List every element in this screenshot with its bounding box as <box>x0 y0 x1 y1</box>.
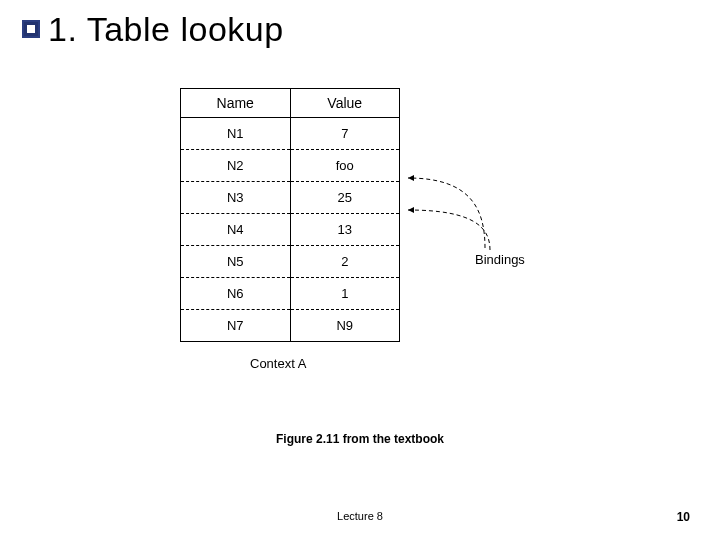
table-row: N1 7 <box>181 118 400 150</box>
figure: Name Value N1 7 N2 foo N3 25 N4 13 N5 <box>180 88 540 428</box>
cell-name: N1 <box>181 118 291 150</box>
table-header-name: Name <box>181 89 291 118</box>
cell-name: N6 <box>181 278 291 310</box>
cell-value: N9 <box>290 310 400 342</box>
cell-value: 13 <box>290 214 400 246</box>
table-row: N2 foo <box>181 150 400 182</box>
footer-page-number: 10 <box>677 510 690 524</box>
table-row: N7 N9 <box>181 310 400 342</box>
figure-caption: Figure 2.11 from the textbook <box>0 432 720 446</box>
lookup-table: Name Value N1 7 N2 foo N3 25 N4 13 N5 <box>180 88 400 342</box>
slide-title: 1. Table lookup <box>48 10 284 49</box>
cell-name: N2 <box>181 150 291 182</box>
cell-name: N4 <box>181 214 291 246</box>
table-row: N5 2 <box>181 246 400 278</box>
table-row: N3 25 <box>181 182 400 214</box>
bindings-label: Bindings <box>475 252 525 267</box>
cell-name: N7 <box>181 310 291 342</box>
cell-name: N3 <box>181 182 291 214</box>
table-header-value: Value <box>290 89 400 118</box>
cell-value: foo <box>290 150 400 182</box>
cell-value: 2 <box>290 246 400 278</box>
cell-value: 7 <box>290 118 400 150</box>
table-row: N4 13 <box>181 214 400 246</box>
table-row: N6 1 <box>181 278 400 310</box>
context-label: Context A <box>250 356 540 371</box>
cell-value: 25 <box>290 182 400 214</box>
title-bullet-icon <box>22 20 40 38</box>
cell-value: 1 <box>290 278 400 310</box>
cell-name: N5 <box>181 246 291 278</box>
footer-lecture: Lecture 8 <box>0 510 720 522</box>
binding-arrows-icon <box>400 148 530 288</box>
